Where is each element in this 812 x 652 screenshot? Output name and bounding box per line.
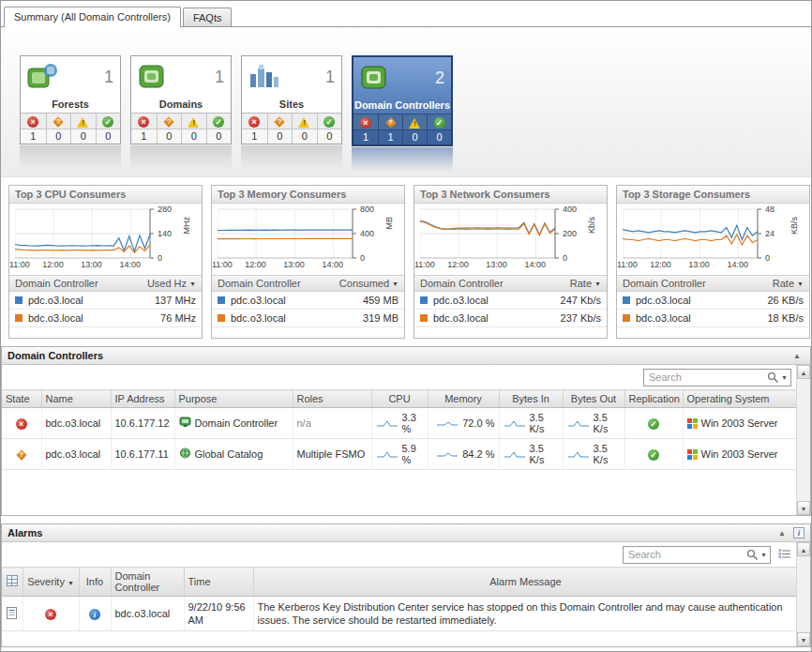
col-ip-address[interactable]: IP Address xyxy=(111,390,174,408)
sort-descending-icon[interactable]: ▼ xyxy=(392,281,398,287)
normal-status[interactable]: ✓ 0 xyxy=(206,114,232,144)
critical-status[interactable]: ? 0 xyxy=(46,114,71,144)
col-info[interactable]: Info xyxy=(79,568,111,597)
tile-domain-controllers[interactable]: 2 Domain Controllers × 1 ? 1 ! 0 ✓ 0 xyxy=(352,55,453,146)
section-header: Domain Controllers ▲ xyxy=(2,347,810,365)
col-bytes-in[interactable]: Bytes In xyxy=(499,390,563,408)
critical-status[interactable]: ? 0 xyxy=(267,114,293,144)
table-row[interactable]: × bdc.o3.local 10.6.177.12 Domain Contro… xyxy=(2,408,798,439)
list-item[interactable]: pdc.o3.local 26 KB/s xyxy=(617,292,809,310)
col-domain-controller[interactable]: Domain Controller xyxy=(111,568,184,597)
tile-forests[interactable]: 1 Forests × 1 ? 0 ! 0 ✓ 0 xyxy=(20,55,121,144)
list-item[interactable]: pdc.o3.local 459 MB xyxy=(212,292,404,310)
sort-descending-icon[interactable]: ▼ xyxy=(594,281,601,287)
replication-ok-icon: ✓ xyxy=(648,449,659,461)
tab-faqts[interactable]: FAQts xyxy=(183,8,233,26)
warning-icon: ! xyxy=(77,116,89,128)
x-axis-tick: 13:00 xyxy=(688,260,710,269)
alarm-detail-icon[interactable] xyxy=(7,607,17,619)
normal-status[interactable]: ✓ 0 xyxy=(317,114,342,144)
list-item[interactable]: bdc.o3.local 237 Kb/s xyxy=(414,310,607,327)
forests-count: 1 xyxy=(104,68,113,87)
tile-sites[interactable]: 1 Sites × 1 ? 0 ! 0 ✓ 0 xyxy=(241,55,342,144)
list-item[interactable]: bdc.o3.local 76 MHz xyxy=(9,310,202,327)
panel-network-consumers: Top 3 Network Consumers 400200011:0012:0… xyxy=(414,185,608,339)
series-swatch xyxy=(420,296,428,304)
warning-status[interactable]: ! 0 xyxy=(292,114,317,144)
panel-cpu-consumers: Top 3 CPU Consumers 280140011:0012:0013:… xyxy=(8,185,203,339)
sort-descending-icon[interactable]: ▼ xyxy=(797,281,804,287)
search-dropdown-icon[interactable]: ▼ xyxy=(781,374,788,381)
warning-status[interactable]: ! 0 xyxy=(181,114,206,144)
collapse-icon[interactable]: ▲ xyxy=(789,352,804,360)
search-icon[interactable] xyxy=(767,371,779,384)
scroll-down-icon[interactable]: ▼ xyxy=(797,501,810,515)
list-item[interactable]: bdc.o3.local 18 KB/s xyxy=(617,310,809,327)
search-dropdown-icon[interactable]: ▼ xyxy=(760,552,767,558)
dc-ip: 10.6.177.12 xyxy=(111,408,174,439)
forests-icon xyxy=(25,61,59,93)
warning-icon: ! xyxy=(409,117,421,129)
info-icon[interactable]: i xyxy=(89,609,100,620)
list-item[interactable]: pdc.o3.local 247 Kb/s xyxy=(414,292,607,310)
fatal-status[interactable]: × 1 xyxy=(353,114,378,144)
normal-icon: ✓ xyxy=(434,117,445,129)
normal-status[interactable]: ✓ 0 xyxy=(427,114,451,144)
col-select[interactable] xyxy=(2,568,23,597)
fatal-status[interactable]: × 1 xyxy=(21,114,46,144)
panel-memory-consumers: Top 3 Memory Consumers 800400011:0012:00… xyxy=(211,185,405,339)
scroll-down-icon[interactable]: ▼ xyxy=(797,632,810,646)
normal-icon: ✓ xyxy=(323,116,335,128)
fatal-status[interactable]: × 1 xyxy=(131,114,157,144)
y-axis-tick: 0 xyxy=(765,253,770,263)
status-summary: × 1 ? 1 ! 0 ✓ 0 xyxy=(353,114,451,144)
search-box[interactable]: ▼ xyxy=(623,546,771,564)
table-row[interactable]: ? pdc.o3.local 10.6.177.11 Global Catalo… xyxy=(2,439,798,470)
col-severity[interactable]: Severity▼ xyxy=(23,568,79,597)
list-item[interactable]: bdc.o3.local 319 MB xyxy=(212,310,404,327)
col-replication[interactable]: Replication xyxy=(624,390,683,408)
section-header: Alarms ▲ i xyxy=(2,524,810,542)
col-operating-system[interactable]: Operating System xyxy=(683,390,798,408)
search-box[interactable]: ▼ xyxy=(643,369,791,387)
x-axis-tick: 14:00 xyxy=(322,260,343,269)
normal-status[interactable]: ✓ 0 xyxy=(96,114,121,144)
scrollbar[interactable]: ▲ ▼ xyxy=(796,365,810,515)
col-bytes-out[interactable]: Bytes Out xyxy=(563,390,624,408)
col-memory[interactable]: Memory xyxy=(428,390,499,408)
tab-summary[interactable]: Summary (All Domain Controllers) xyxy=(4,7,181,27)
critical-icon: ? xyxy=(16,449,27,461)
scrollbar[interactable]: ▲ ▼ xyxy=(796,542,810,646)
x-axis-tick: 13:00 xyxy=(486,260,507,269)
col-alarm-message[interactable]: Alarm Message xyxy=(253,568,798,597)
sparkline-icon xyxy=(504,449,526,459)
customize-columns-icon[interactable] xyxy=(778,549,791,561)
y-axis-unit: Kb/s xyxy=(587,217,596,234)
info-icon[interactable]: i xyxy=(793,527,804,538)
alarm-row[interactable]: × i bdc.o3.local 9/22/10 9:56 AM The Ker… xyxy=(2,597,798,631)
warning-status[interactable]: ! 0 xyxy=(70,114,96,144)
search-input[interactable] xyxy=(649,371,767,383)
col-cpu[interactable]: CPU xyxy=(371,390,428,408)
scroll-up-icon[interactable]: ▲ xyxy=(797,542,810,556)
tile-reflection xyxy=(352,147,453,172)
col-name[interactable]: Name xyxy=(41,390,111,408)
col-state[interactable]: State xyxy=(2,390,41,408)
col-time[interactable]: Time xyxy=(184,568,253,597)
series-swatch xyxy=(623,296,630,304)
x-axis-tick: 12:00 xyxy=(650,260,671,269)
col-purpose[interactable]: Purpose xyxy=(174,390,293,408)
sparkline-icon xyxy=(567,418,590,428)
search-icon[interactable] xyxy=(746,549,759,561)
search-input[interactable] xyxy=(628,549,746,560)
sort-descending-icon[interactable]: ▼ xyxy=(189,281,196,287)
list-item[interactable]: pdc.o3.local 137 MHz xyxy=(9,292,202,310)
critical-status[interactable]: ? 1 xyxy=(378,114,402,144)
critical-status[interactable]: ? 0 xyxy=(157,114,182,144)
collapse-icon[interactable]: ▲ xyxy=(774,529,789,538)
warning-status[interactable]: ! 0 xyxy=(402,114,427,144)
scroll-up-icon[interactable]: ▲ xyxy=(797,365,810,379)
col-roles[interactable]: Roles xyxy=(293,390,371,408)
tile-domains[interactable]: 1 Domains × 1 ? 0 ! 0 ✓ 0 xyxy=(130,55,232,144)
fatal-status[interactable]: × 1 xyxy=(242,114,267,144)
